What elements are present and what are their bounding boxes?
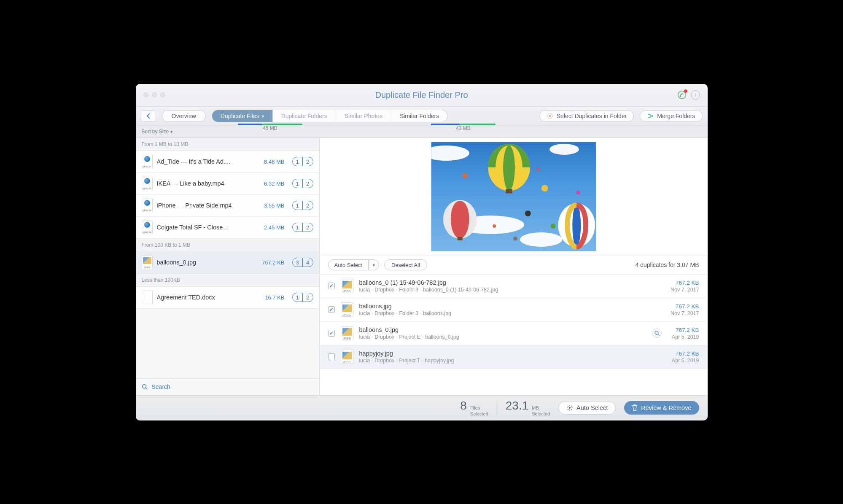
duplicate-path: lucia ›Dropbox ›Folder 3 ›balloons.jpg [359,310,665,316]
file-name: balloons_0.jpg [157,259,254,266]
duplicate-name: balloons_0.jpg [359,326,646,333]
tab-label: Duplicate Files [221,113,259,119]
tabbar: Duplicate Files ▾ Duplicate Folders Simi… [212,110,448,122]
sort-dropdown[interactable]: Sort by Size▼ [142,129,174,135]
search-icon [142,384,148,390]
duplicate-info: balloons_0 (1) 15-49-06-782.jpglucia ›Dr… [359,279,665,293]
svg-point-23 [569,407,571,409]
stat-number: 8 [460,399,467,412]
sort-label: Sort by Size [142,129,169,135]
checkbox[interactable] [328,353,335,360]
file-row[interactable]: MPEG4IKEA — Like a baby.mp46.32 MB12 [136,173,319,195]
footer: 8 FilesSelected 23.1 MBSelected Auto Sel… [136,395,708,420]
duplicate-row[interactable]: JPEGballoons_0 (1) 15-49-06-782.jpglucia… [320,275,708,298]
file-name: Colgate Total SF - Close… [157,224,254,231]
duplicate-info: balloons.jpglucia ›Dropbox ›Folder 3 ›ba… [359,303,665,316]
file-row[interactable]: JPEGballoons_0.jpg767.2 KB34 [136,252,319,274]
count-pill[interactable]: 12 [292,201,313,210]
merge-folders-button[interactable]: Merge Folders [640,110,702,122]
footer-auto-select-button[interactable]: Auto Select [558,401,616,415]
tab-similar-photos[interactable]: Similar Photos [336,110,391,122]
svg-rect-6 [506,189,512,193]
auto-select-dropdown[interactable]: ▾ [369,260,379,270]
svg-point-16 [513,237,517,241]
checkbox[interactable] [328,306,335,313]
minimize-window-button[interactable] [152,92,157,97]
duplicate-toolbar: Auto Select ▾ Deselect All 4 duplicates … [320,256,708,275]
tab-duplicate-folders[interactable]: Duplicate Folders [273,110,336,122]
file-list: From 1 MB to 10 MBMPEG4Ad_Tide — It's a … [136,138,319,378]
back-button[interactable] [141,110,156,122]
duplicate-date: Apr 5, 2019 [672,358,699,364]
tab-label: Duplicate Folders [281,113,327,119]
app-window: Duplicate File Finder Pro i Overview Dup… [136,84,708,420]
duplicate-date: Nov 7, 2017 [671,287,699,293]
stat-label: MBSelected [532,405,550,416]
deselect-all-button[interactable]: Deselect All [384,259,427,270]
file-row[interactable]: Agreement TED.docx16.7 KB12 [136,287,319,309]
duplicate-row[interactable]: JPEGhappyjoy.jpglucia ›Dropbox ›Project … [320,345,708,369]
duplicate-summary: 4 duplicates for 3.07 MB [636,261,699,268]
search-row[interactable]: Search [136,378,319,395]
stat-mb-selected: 23.1 MBSelected [506,399,550,416]
svg-point-15 [550,224,555,229]
duplicate-date: Nov 7, 2017 [671,310,699,316]
file-type-icon: JPEG [142,256,153,269]
tab-label: Similar Folders [400,113,439,119]
sub-toolbar: Sort by Size▼ 45 MB 43 MB [136,126,708,138]
file-size: 16.7 KB [259,294,285,301]
duplicate-size: 767.2 KB [672,327,699,333]
count-pill[interactable]: 12 [292,293,313,302]
duplicate-info: happyjoy.jpglucia ›Dropbox ›Project T ›h… [359,350,666,364]
search-label: Search [152,383,170,390]
info-icon[interactable]: i [691,90,700,100]
tab-duplicate-files[interactable]: Duplicate Files ▾ [212,110,273,122]
close-window-button[interactable] [143,92,148,97]
count-pill[interactable]: 12 [292,179,313,188]
quicklook-icon[interactable] [652,329,662,338]
feed-icon[interactable] [677,90,687,100]
count-pill[interactable]: 12 [292,223,313,232]
svg-point-10 [462,173,467,178]
sparkle-icon [566,404,573,411]
duplicate-row[interactable]: JPEGballoons.jpglucia ›Dropbox ›Folder 3… [320,298,708,322]
file-type-icon: JPEG [341,302,353,317]
duplicate-row[interactable]: JPEGballoons_0.jpglucia ›Dropbox ›Projec… [320,322,708,345]
divider [497,401,497,415]
review-remove-button[interactable]: Review & Remove [624,401,699,415]
auto-select-button[interactable]: Auto Select [329,260,369,270]
file-row[interactable]: MPEG4iPhone — Private Side.mp43.55 MB12 [136,195,319,217]
group-header: Less than 100KB [136,274,319,287]
balloons-illustration [431,142,596,251]
indicator-label: 45 MB [263,125,277,131]
duplicate-size: 767.2 KB [671,280,699,286]
zoom-window-button[interactable] [160,92,165,97]
auto-select-segmented: Auto Select ▾ [328,259,380,270]
checkbox[interactable] [328,330,335,337]
tab-similar-folders[interactable]: Similar Folders [391,110,447,122]
duplicate-name: happyjoy.jpg [359,350,666,357]
file-size: 6.32 MB [259,181,285,187]
file-row[interactable]: MPEG4Ad_Tide — It's a Tide Ad....8.46 MB… [136,151,319,173]
svg-point-11 [525,210,531,216]
file-type-icon: MPEG4 [142,155,153,168]
svg-point-21 [655,331,658,334]
count-pill[interactable]: 12 [292,157,313,166]
button-label: Select Duplicates in Folder [557,113,627,119]
target-icon [547,113,553,119]
svg-rect-8 [457,237,462,240]
checkbox[interactable] [328,283,335,289]
duplicate-path: lucia ›Dropbox ›Project T ›happyjoy.jpg [359,358,666,364]
svg-point-18 [576,190,580,194]
file-name: Agreement TED.docx [157,294,254,301]
count-pill[interactable]: 34 [292,258,313,267]
file-name: iPhone — Private Side.mp4 [157,202,254,209]
preview-area [320,138,708,256]
main-content: From 1 MB to 10 MBMPEG4Ad_Tide — It's a … [136,138,708,395]
merge-icon [647,113,654,119]
select-duplicates-in-folder-button[interactable]: Select Duplicates in Folder [539,110,634,122]
file-row[interactable]: MPEG4Colgate Total SF - Close…2.45 MB12 [136,217,319,239]
overview-button[interactable]: Overview [162,110,206,122]
svg-point-4 [142,385,146,388]
chevron-left-icon [146,113,151,119]
